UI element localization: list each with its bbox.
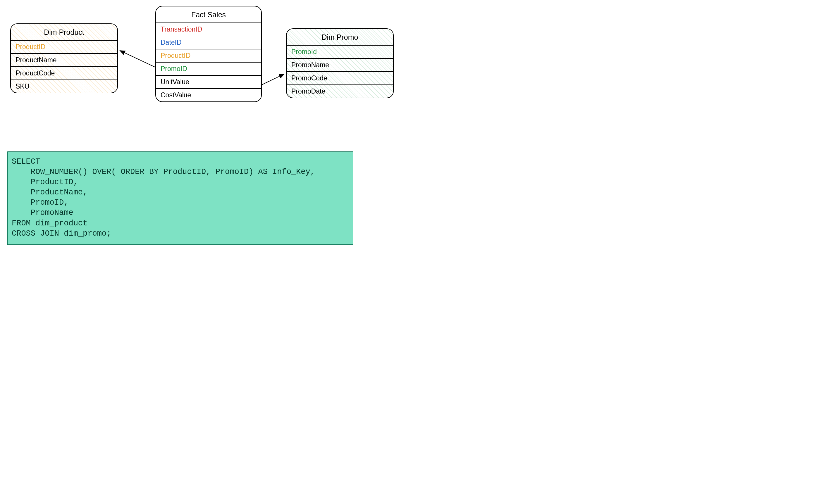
column: PromoName xyxy=(287,59,393,72)
column: PromoCode xyxy=(287,72,393,85)
column: UnitValue xyxy=(156,76,261,89)
column: ProductCode xyxy=(11,67,117,80)
column: ProductID xyxy=(156,49,261,62)
diagram-canvas: Dim Product ProductID ProductName Produc… xyxy=(0,0,430,258)
sql-code: SELECT ROW_NUMBER() OVER( ORDER BY Produ… xyxy=(12,157,349,239)
column: PromoDate xyxy=(287,85,393,98)
table-title: Dim Product xyxy=(11,24,117,41)
column: SKU xyxy=(11,80,117,93)
table-title: Fact Sales xyxy=(156,6,261,23)
table-dim-product: Dim Product ProductID ProductName Produc… xyxy=(10,23,118,93)
arrow-promo xyxy=(262,74,284,85)
table-dim-promo: Dim Promo PromoId PromoName PromoCode Pr… xyxy=(286,28,394,98)
table-fact-sales: Fact Sales TransactionID DateID ProductI… xyxy=(155,6,262,102)
column: ProductID xyxy=(11,41,117,54)
column: DateID xyxy=(156,36,261,49)
arrow-product xyxy=(120,51,155,67)
table-title: Dim Promo xyxy=(287,29,393,46)
column: PromoID xyxy=(156,62,261,76)
column: CostValue xyxy=(156,89,261,102)
column: ProductName xyxy=(11,54,117,67)
column: PromoId xyxy=(287,46,393,59)
sql-code-block: SELECT ROW_NUMBER() OVER( ORDER BY Produ… xyxy=(7,151,353,245)
column: TransactionID xyxy=(156,23,261,36)
